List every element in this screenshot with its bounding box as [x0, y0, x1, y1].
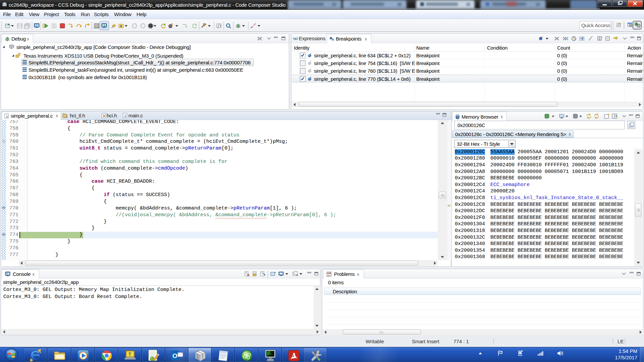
svg-text:.c: .c [6, 115, 8, 118]
svg-text:.h: .h [65, 115, 67, 118]
svg-text:O: O [172, 352, 177, 359]
svg-text:.c: .c [124, 114, 126, 118]
svg-text:T: T [128, 352, 131, 357]
svg-text:.h: .h [103, 114, 105, 118]
